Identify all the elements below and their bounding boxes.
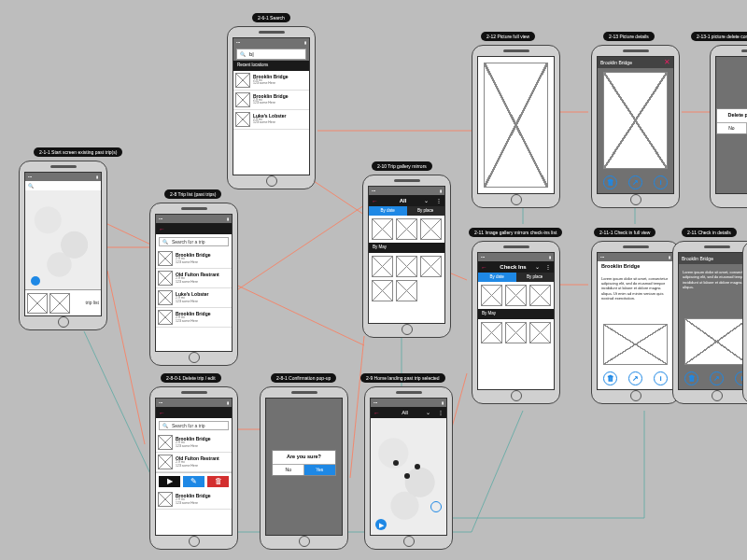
tab-bydate[interactable]: By date (478, 273, 516, 282)
lbl-s9: 2-9 Home landing past trip selected (360, 373, 445, 383)
phone-checkin-full: •••▮ Brooklin Bridge Lorem ipsum dolor s… (591, 241, 680, 404)
lbl-s131: 2-13-1 picture delete confirmation pop-u… (691, 32, 747, 41)
lbl-sconf: 2-8-1 Confirmation pop-up (271, 373, 336, 383)
lbl-s10: 2-10 Trip gallery mirrors (372, 161, 432, 171)
list-item[interactable]: Brooklin Bridge2.9 mi123 some Here (233, 91, 309, 110)
list-item[interactable]: Luke's Lobster2.9 mi123 some Here (156, 288, 232, 308)
chevron-down-icon[interactable]: ⌄ (426, 410, 430, 415)
phone-gallery: •••▮ ←All⌄⋮ By dateBy place By May (362, 175, 451, 338)
list-item[interactable]: Brooklin Bridge2.9 mi123 some Here (156, 433, 232, 453)
phone-partial-delete: Del No (742, 241, 747, 404)
lbl-s1: 2-1-1 Start screen existing past trip(s) (34, 147, 122, 157)
tab-byplace[interactable]: By place (516, 273, 555, 282)
list-item[interactable]: Brooklin Bridge2.9 mi123 some Here (233, 71, 309, 91)
info-icon[interactable]: i (654, 371, 668, 385)
edit-button[interactable]: ✎ (183, 476, 204, 487)
chevron-down-icon[interactable]: ⌄ (535, 264, 540, 270)
confirm-dialog: Are you sure? No Yes (272, 450, 335, 476)
lbl-s801: 2-8-0-1 Delete trip / edit (161, 373, 221, 383)
back-icon[interactable]: ← (159, 410, 165, 416)
share-icon[interactable]: ↗ (628, 175, 642, 189)
lbl-s11: 2-11 Image gallery mirrors check-ins lis… (469, 228, 562, 237)
map-pin-icon[interactable] (393, 460, 399, 466)
locate-button[interactable] (430, 501, 442, 512)
tab-byplace[interactable]: By place (407, 206, 445, 216)
delete-icon[interactable]: 🗑 (603, 371, 617, 385)
phone-pic-details: Brooklin Bridge ✕ 🗑 ↗ i (591, 45, 680, 208)
list-item[interactable]: Luke's Lobster2.9 mi123 some Here (233, 110, 309, 130)
map-pin-icon[interactable] (415, 464, 420, 469)
yes-button[interactable]: Yes (304, 465, 335, 475)
share-icon[interactable]: ↗ (710, 371, 724, 385)
lbl-s8: 2-8 Trip list (past trips) (164, 189, 221, 199)
phone-pic-delete: Delete picture? No Yes (710, 45, 747, 208)
list-item[interactable]: Brooklin Bridge2.9 mi123 some Here (156, 490, 232, 510)
phone-triplist-actions: •••▮ ← 🔍Search for a trip Brooklin Bridg… (149, 386, 238, 550)
menu-icon[interactable]: ⋮ (436, 198, 442, 203)
phone-map-selected: •••▮ ←All⌄⋮ ▶ (364, 386, 453, 550)
search-icon: 🔍 (162, 240, 168, 245)
tab-bydate[interactable]: By date (369, 206, 407, 216)
no-button[interactable]: No (273, 465, 304, 475)
delete-icon[interactable]: 🗑 (684, 371, 698, 385)
play-button[interactable]: ▶ (159, 476, 180, 487)
share-icon[interactable]: ↗ (628, 371, 642, 385)
menu-icon[interactable]: ⋮ (438, 410, 444, 415)
list-item[interactable]: Brooklin Bridge2.9 mi123 some Here (156, 249, 232, 269)
phone-pic-full (472, 45, 560, 208)
back-icon[interactable]: ← (372, 198, 378, 204)
search-input[interactable]: 🔍Search for a trip (159, 421, 229, 430)
trip-strip[interactable]: trip list (25, 289, 101, 315)
menu-icon[interactable]: ⋮ (545, 264, 551, 270)
phone-triplist: •••▮ ← 🔍Search for a trip Brooklin Bridg… (149, 203, 238, 366)
phone-checkins: •••▮ ←Check Ins⌄⋮ By dateBy place By May (472, 241, 560, 404)
back-icon[interactable]: ← (159, 226, 165, 232)
location-pin-icon[interactable] (31, 276, 40, 286)
recent-header: Recent locations (233, 61, 309, 71)
list-item[interactable]: Old Fulton Restrant2.9 mi123 some Here (156, 453, 232, 472)
close-icon[interactable]: ✕ (664, 59, 670, 66)
back-icon[interactable]: ← (481, 264, 487, 271)
lbl-s112: 2-11 Check in details (682, 228, 737, 237)
delete-button[interactable]: 🗑 (207, 476, 229, 487)
delete-icon[interactable]: 🗑 (603, 175, 617, 189)
chevron-down-icon[interactable]: ⌄ (424, 198, 429, 203)
checkin-text: Lorem ipsum dolor sit amet, consectetur … (598, 273, 673, 305)
list-item[interactable]: Brooklin Bridge2.9 mi123 some Here (156, 308, 232, 328)
lbl-s111: 2-11-1 Check in full view (594, 228, 655, 237)
back-icon[interactable]: ← (374, 410, 380, 416)
phone-search: •••▮ 🔍 b| Recent locations Brooklin Brid… (227, 26, 316, 189)
phone-confirm: Are you sure? No Yes (260, 386, 348, 550)
gallery-thumb[interactable] (372, 218, 393, 240)
search-icon[interactable]: 🔍 (28, 184, 34, 189)
checkin-title: Brooklin Bridge (601, 263, 640, 269)
delete-dialog: Delete picture? No Yes (716, 108, 747, 134)
search-input[interactable]: 🔍Search for a trip (159, 237, 229, 246)
list-item[interactable]: Old Fulton Restrant2.9 mi123 some Here (156, 269, 232, 288)
lbl-s12: 2-12 Picture full view (481, 32, 535, 41)
phone-start: •••▮ 🔍 trip list (19, 161, 107, 330)
info-icon[interactable]: i (654, 175, 668, 189)
phone-checkin-details: Brooklin Bridge ✕ Lorem ipsum dolor sit … (672, 241, 747, 404)
lbl-s13: 2-13 Picture details (603, 32, 655, 41)
photo-title: Brooklin Bridge (600, 61, 632, 65)
play-button[interactable]: ▶ (375, 519, 387, 530)
search-input[interactable]: 🔍 b| (236, 49, 306, 60)
search-icon: 🔍 (240, 52, 246, 57)
lbl-s6: 2-6-1 Search (252, 13, 290, 22)
no-button[interactable]: No (717, 123, 747, 133)
